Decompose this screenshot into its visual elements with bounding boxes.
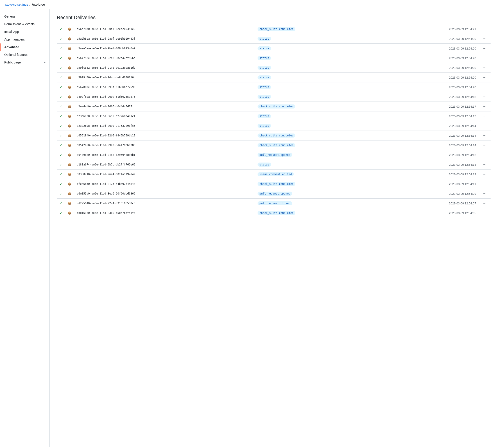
more-button[interactable]: ··· — [482, 143, 488, 148]
table-row[interactable]: ✓📦cfcd6e30-be3e-11ed-8123-54bd97d45840ch… — [57, 179, 491, 189]
delivery-id: d56e7870-be3e-11ed-80f7-6eec205351e9 — [74, 24, 255, 34]
more-button[interactable]: ··· — [482, 152, 488, 157]
event-badge: status — [257, 37, 271, 41]
check-icon: ✓ — [60, 105, 62, 108]
check-cell: ✓ — [57, 92, 65, 102]
more-button[interactable]: ··· — [482, 191, 488, 196]
package-icon: 📦 — [68, 163, 71, 166]
table-row[interactable]: ✓📦cbd16160-be3e-11ed-8360-b5db7bdfa1f5ch… — [57, 208, 491, 218]
check-icon: ✓ — [60, 134, 62, 137]
table-row[interactable]: ✓📦d5aee5ea-be3e-11ed-9bef-700cb893c6a7st… — [57, 44, 491, 53]
more-button[interactable]: ··· — [482, 133, 488, 138]
sidebar-item-install-app[interactable]: Install App — [0, 28, 49, 35]
sidebar-item-general[interactable]: General — [0, 13, 49, 20]
package-cell: 📦 — [65, 92, 74, 102]
table-row[interactable]: ✓📦d23d6120-be3e-11ed-9652-d27268a401c1st… — [57, 112, 491, 121]
more-button[interactable]: ··· — [482, 210, 488, 215]
package-icon: 📦 — [68, 144, 71, 147]
delivery-id: d0542a60-be3e-11ed-99aa-5da178bb8f80 — [74, 141, 255, 150]
table-row[interactable]: ✓📦cde155a0-be3e-11ed-8ea6-10f90dbd6869pu… — [57, 189, 491, 199]
table-row[interactable]: ✓📦d0388c10-be3e-11ed-96e4-00f1a1f97d4ais… — [57, 170, 491, 179]
table-row[interactable]: ✓📦d2eadad0-be3e-11ed-8666-b044d45d15fbch… — [57, 102, 491, 112]
table-row[interactable]: ✓📦d0542a60-be3e-11ed-99aa-5da178bb8f80ch… — [57, 141, 491, 150]
more-button[interactable]: ··· — [482, 36, 488, 41]
timestamp-cell: 2023-03-09 12:54:13 — [377, 150, 479, 160]
check-icon: ✓ — [60, 114, 62, 118]
sidebar-item-permissions-events[interactable]: Permissions & events — [0, 20, 49, 28]
table-row[interactable]: ✓📦d05318f0-be3e-11ed-92b0-f843b709bb19ch… — [57, 131, 491, 141]
package-icon: 📦 — [68, 86, 71, 89]
table-row[interactable]: ✓📦d5a2b8ba-be3e-11ed-9aef-ee98b929443fst… — [57, 34, 491, 44]
more-button[interactable]: ··· — [482, 65, 488, 70]
event-badge: issue_comment.edited — [257, 172, 294, 176]
check-cell: ✓ — [57, 150, 65, 160]
package-cell: 📦 — [65, 53, 74, 63]
breadcrumb-current: Axolo.co — [32, 3, 45, 6]
timestamp-cell: 2023-03-09 12:54:17 — [377, 102, 479, 112]
more-button[interactable]: ··· — [482, 123, 488, 128]
actions-cell: ··· — [479, 189, 491, 199]
table-row[interactable]: ✓📦d23b2c98-be3e-11ed-8690-9c7637890fc5st… — [57, 121, 491, 131]
sidebar-item-advanced[interactable]: Advanced — [0, 44, 49, 51]
breadcrumb: axolo-co settings / Axolo.co — [0, 0, 498, 9]
event-cell: status — [255, 92, 377, 102]
table-row[interactable]: ✓📦d181a674-be3e-11ed-9b7b-bb27ff762e63st… — [57, 160, 491, 170]
table-row[interactable]: ✓📦d40cfcea-be3e-11ed-960a-61d50255a875st… — [57, 92, 491, 102]
delivery-id: d2eadad0-be3e-11ed-8666-b044d45d15fb — [74, 102, 255, 112]
sidebar-item-label: General — [4, 15, 16, 18]
more-button[interactable]: ··· — [482, 27, 488, 32]
delivery-id: d5a7803e-be3e-11ed-993f-61b0bbc72593 — [74, 82, 255, 92]
sidebar-item-app-managers[interactable]: App managers — [0, 36, 49, 43]
table-row[interactable]: ✓📦d59f9d56-be3e-11ed-9dcd-be8bd048216cst… — [57, 73, 491, 82]
table-row[interactable]: ✓📦cd295040-be3e-11ed-92c4-b316106538c0pu… — [57, 199, 491, 208]
event-cell: status — [255, 112, 377, 121]
table-row[interactable]: ✓📦d56e7870-be3e-11ed-80f7-6eec205351e9ch… — [57, 24, 491, 34]
package-cell: 📦 — [65, 44, 74, 53]
package-icon: 📦 — [68, 202, 71, 205]
package-icon: 📦 — [68, 173, 71, 176]
sidebar-item-label: Permissions & events — [4, 22, 35, 26]
event-cell: check_suite.completed — [255, 208, 377, 218]
delivery-id: d59fc362-be3e-11ed-91f8-e01e2e9a01d2 — [74, 63, 255, 73]
package-cell: 📦 — [65, 82, 74, 92]
check-icon: ✓ — [60, 47, 62, 50]
package-cell: 📦 — [65, 150, 74, 160]
more-button[interactable]: ··· — [482, 85, 488, 90]
more-button[interactable]: ··· — [482, 201, 488, 206]
timestamp-cell: 2023-03-09 12:54:05 — [377, 208, 479, 218]
event-badge: check_suite.completed — [257, 104, 295, 109]
more-button[interactable]: ··· — [482, 94, 488, 99]
event-cell: status — [255, 44, 377, 53]
package-icon: 📦 — [68, 95, 71, 99]
timestamp-cell: 2023-03-09 12:54:11 — [377, 179, 479, 189]
more-button[interactable]: ··· — [482, 181, 488, 186]
breadcrumb-settings-link[interactable]: axolo-co settings — [4, 3, 28, 6]
package-icon: 📦 — [68, 153, 71, 157]
sidebar-item-label: Install App — [4, 30, 19, 33]
event-cell: status — [255, 121, 377, 131]
delivery-id: d59f9d56-be3e-11ed-9dcd-be8bd048216c — [74, 73, 255, 82]
table-row[interactable]: ✓📦d5a4752e-be3e-11ed-92e3-3b2a47ef566bst… — [57, 53, 491, 63]
more-button[interactable]: ··· — [482, 114, 488, 119]
more-button[interactable]: ··· — [482, 56, 488, 61]
more-button[interactable]: ··· — [482, 104, 488, 109]
check-icon: ✓ — [60, 95, 62, 99]
more-button[interactable]: ··· — [482, 162, 488, 167]
delivery-id: d23d6120-be3e-11ed-9652-d27268a401c1 — [74, 112, 255, 121]
timestamp-cell: 2023-03-09 12:54:09 — [377, 189, 479, 199]
check-icon: ✓ — [60, 66, 62, 70]
sidebar-item-public-page[interactable]: Public page↗ — [0, 59, 49, 66]
page-title: Recent Deliveries — [57, 15, 491, 20]
more-button[interactable]: ··· — [482, 172, 488, 177]
more-button[interactable]: ··· — [482, 46, 488, 51]
check-cell: ✓ — [57, 121, 65, 131]
sidebar-item-optional-features[interactable]: Optional features — [0, 51, 49, 58]
table-row[interactable]: ✓📦d5a7803e-be3e-11ed-993f-61b0bbc72593st… — [57, 82, 491, 92]
more-button[interactable]: ··· — [482, 75, 488, 80]
event-badge: status — [257, 124, 271, 128]
table-row[interactable]: ✓📦d59fc362-be3e-11ed-91f8-e01e2e9a01d2st… — [57, 63, 491, 73]
actions-cell: ··· — [479, 121, 491, 131]
actions-cell: ··· — [479, 170, 491, 179]
actions-cell: ··· — [479, 34, 491, 44]
table-row[interactable]: ✓📦d04b9ee0-be3e-11ed-8cda-b29694a8a6b1pu… — [57, 150, 491, 160]
